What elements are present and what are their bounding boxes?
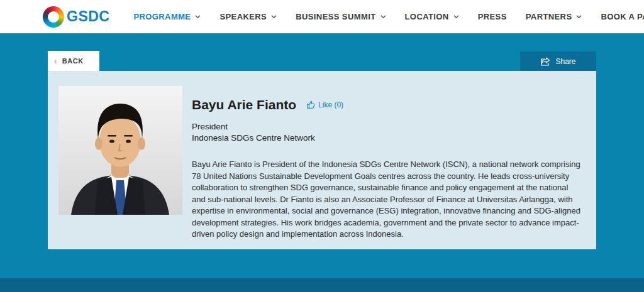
chevron-down-icon: [576, 14, 582, 19]
name-row: Bayu Arie Fianto Like (0): [192, 97, 582, 112]
nav-label: LOCATION: [405, 12, 449, 21]
chevron-left-icon: ‹: [54, 57, 57, 65]
back-button-label: BACK: [62, 57, 84, 65]
share-button[interactable]: Share: [520, 51, 596, 71]
main-nav: PROGRAMME SPEAKERS BUSINESS SUMMIT LOCAT…: [133, 12, 644, 21]
speaker-info: Bayu Arie Fianto Like (0) President Indo…: [192, 86, 582, 234]
speaker-name: Bayu Arie Fianto: [192, 97, 296, 112]
nav-label: PARTNERS: [526, 12, 572, 21]
nav-label: BOOK A PASS: [601, 12, 644, 21]
gsdc-wheel-icon: [43, 6, 64, 28]
speaker-photo-illustration: [58, 86, 182, 215]
nav-item-book-a-pass[interactable]: BOOK A PASS: [601, 12, 644, 21]
back-button[interactable]: ‹ BACK: [48, 51, 99, 71]
speaker-organization: Indonesia SDGs Centre Network: [192, 132, 582, 144]
nav-item-location[interactable]: LOCATION: [405, 12, 459, 21]
nav-label: BUSINESS SUMMIT: [296, 12, 375, 21]
speaker-title: President: [192, 121, 582, 132]
chevron-down-icon: [380, 14, 386, 19]
nav-item-speakers[interactable]: SPEAKERS: [219, 12, 277, 21]
nav-item-business-summit[interactable]: BUSINESS SUMMIT: [296, 12, 386, 21]
nav-label: SPEAKERS: [219, 12, 267, 21]
share-button-label: Share: [555, 57, 575, 66]
thumbs-up-icon: [306, 100, 315, 109]
share-icon: [540, 57, 550, 66]
nav-label: PROGRAMME: [133, 12, 191, 21]
chevron-down-icon: [195, 14, 201, 19]
nav-item-partners[interactable]: PARTNERS: [526, 12, 582, 21]
nav-label: PRESS: [478, 12, 507, 21]
nav-item-programme[interactable]: PROGRAMME: [133, 12, 201, 21]
like-button[interactable]: Like (0): [306, 100, 343, 109]
page: GSDC PROGRAMME SPEAKERS BUSINESS SUMMIT: [0, 0, 644, 292]
speaker-bio: Bayu Arie Fianto is President of the Ind…: [192, 159, 580, 240]
brand-text: GSDC: [67, 8, 109, 25]
footer-strip: [0, 278, 644, 292]
chevron-down-icon: [271, 14, 277, 19]
chevron-down-icon: [453, 14, 459, 19]
gsdc-logo[interactable]: GSDC: [43, 6, 109, 28]
like-label: Like (0): [318, 100, 343, 109]
speaker-profile-card: Bayu Arie Fianto Like (0) President Indo…: [48, 71, 596, 249]
speaker-photo: [58, 86, 182, 215]
top-navigation-bar: GSDC PROGRAMME SPEAKERS BUSINESS SUMMIT: [0, 0, 644, 33]
nav-item-press[interactable]: PRESS: [478, 12, 507, 21]
